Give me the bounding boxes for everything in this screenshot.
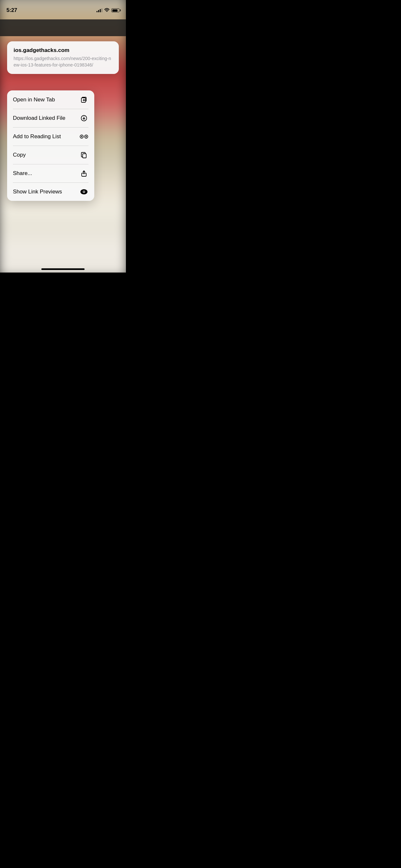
menu-label-add-reading-list: Add to Reading List xyxy=(13,133,61,140)
menu-item-show-link-previews[interactable]: Show Link Previews xyxy=(7,182,94,201)
context-menu: Open in New Tab Download Linked File Add… xyxy=(7,90,94,201)
menu-item-download-linked-file[interactable]: Download Linked File xyxy=(7,109,94,127)
menu-label-copy: Copy xyxy=(13,152,26,158)
status-time: 5:27 xyxy=(6,7,17,13)
status-icons xyxy=(96,8,120,13)
menu-label-download-linked-file: Download Linked File xyxy=(13,115,66,121)
menu-item-add-reading-list[interactable]: Add to Reading List xyxy=(7,127,94,146)
menu-item-share[interactable]: Share... xyxy=(7,164,94,182)
menu-label-show-link-previews: Show Link Previews xyxy=(13,189,62,195)
eye-icon xyxy=(80,187,89,196)
share-icon xyxy=(80,169,89,178)
copy-icon xyxy=(80,151,89,159)
svg-point-9 xyxy=(81,136,82,137)
new-tab-icon xyxy=(80,95,89,104)
svg-rect-11 xyxy=(83,154,86,158)
link-url: https://ios.gadgethacks.com/news/200-exc… xyxy=(13,56,112,68)
svg-point-0 xyxy=(106,11,107,12)
status-bar: 5:27 xyxy=(0,0,126,16)
menu-item-open-new-tab[interactable]: Open in New Tab xyxy=(7,90,94,109)
home-indicator xyxy=(41,268,85,270)
svg-point-10 xyxy=(86,136,87,137)
wifi-icon xyxy=(104,8,110,13)
menu-label-open-new-tab: Open in New Tab xyxy=(13,97,55,103)
link-info-card: ios.gadgethacks.com https://ios.gadgetha… xyxy=(7,41,119,74)
link-domain: ios.gadgethacks.com xyxy=(13,47,112,54)
reading-list-icon xyxy=(80,132,89,141)
download-icon xyxy=(80,114,89,123)
browser-bar-background xyxy=(0,20,126,36)
menu-label-share: Share... xyxy=(13,170,32,177)
battery-icon xyxy=(112,8,120,12)
signal-bars-icon xyxy=(96,8,102,12)
svg-point-16 xyxy=(83,191,85,192)
menu-item-copy[interactable]: Copy xyxy=(7,146,94,164)
